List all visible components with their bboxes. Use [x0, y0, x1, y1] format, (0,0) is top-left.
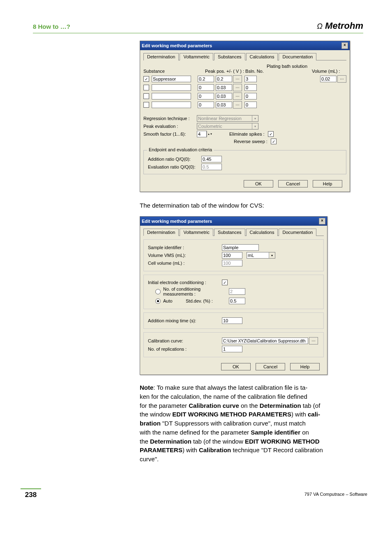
smooth-value[interactable] — [197, 131, 207, 137]
help-button[interactable]: Help — [313, 180, 342, 187]
mixing-time-input[interactable] — [222, 317, 242, 324]
substance-checkbox[interactable]: ✓ — [143, 76, 149, 82]
tab-determination[interactable]: Determination — [143, 229, 179, 236]
no-cond-radio[interactable] — [155, 289, 161, 294]
browse-button[interactable]: … — [233, 75, 242, 83]
ok-button[interactable]: OK — [221, 363, 251, 370]
plating-header: Plating bath solution — [267, 64, 312, 69]
substance-checkbox[interactable] — [143, 85, 149, 90]
auto-radio[interactable] — [155, 298, 161, 304]
tab-substances[interactable]: Substances — [214, 53, 245, 60]
substance-name-input[interactable] — [152, 76, 191, 82]
eval-ratio-input — [201, 164, 222, 170]
cal-curve-label: Calibration curve: — [148, 338, 222, 343]
regression-label: Regression technique : — [143, 116, 197, 121]
cancel-button[interactable]: Cancel — [278, 180, 308, 187]
no-cond-input — [229, 288, 245, 295]
replications-input[interactable] — [222, 346, 242, 352]
help-button[interactable]: Help — [290, 363, 320, 370]
tab-documentation[interactable]: Documentation — [279, 229, 316, 236]
brand-logo: Ω Metrohm — [317, 21, 363, 31]
bsln-no[interactable] — [244, 84, 257, 91]
smooth-label: Smooth factor (1...6): — [143, 132, 197, 136]
page-footer: 238 797 VA Computrace – Software — [25, 488, 367, 499]
peak-pos2[interactable] — [216, 76, 232, 82]
close-icon[interactable]: × — [319, 218, 325, 224]
sample-id-input[interactable] — [222, 244, 259, 251]
browse-button[interactable]: … — [233, 92, 242, 100]
bsln-no[interactable] — [244, 93, 257, 99]
footer-right: 797 VA Computrace – Software — [304, 492, 367, 499]
tab-calculations[interactable]: Calculations — [246, 53, 278, 60]
reverse-sweep-checkbox[interactable]: ✓ — [271, 139, 277, 144]
stddev-input[interactable] — [229, 298, 245, 304]
peak-eval-combo[interactable]: Coulometric▾ — [197, 123, 258, 130]
spinner-icon[interactable]: ▲▼ — [207, 131, 213, 137]
groupbox-legend: Endpoint and evaluation criteria — [147, 147, 214, 152]
page-number: 238 — [21, 488, 41, 499]
auto-label: Auto — [163, 298, 186, 303]
peak-pos2[interactable] — [216, 102, 232, 108]
volume-header: Volume (mL) : — [312, 69, 340, 74]
peak-pos1[interactable] — [198, 102, 214, 108]
init-cond-label: Initial electrode conditioning : — [148, 280, 222, 285]
mixing-time-label: Addition mixing time (s): — [148, 318, 222, 323]
peak-pos1[interactable] — [198, 84, 214, 91]
volume-input[interactable] — [320, 76, 337, 82]
ok-button[interactable]: OK — [244, 180, 273, 187]
chevron-down-icon: ▾ — [252, 116, 258, 121]
dialog-title: Edit working method parameters — [142, 219, 212, 224]
substance-name-input[interactable] — [152, 93, 191, 99]
peakpos-header: Peak pos. +/- ( V ) : Bsln. No. — [205, 69, 271, 74]
close-icon[interactable]: × — [341, 42, 348, 49]
tab-determination[interactable]: Determination — [143, 53, 179, 60]
bsln-no[interactable] — [244, 102, 257, 108]
substance-name-input[interactable] — [152, 102, 191, 108]
tab-voltammetric[interactable]: Voltammetric — [180, 229, 213, 236]
vol-vms-label: Volume VMS (mL): — [148, 253, 222, 258]
browse-button[interactable]: … — [309, 337, 318, 345]
dialog-determination: Edit working method parameters × Determi… — [140, 216, 327, 375]
tab-calculations[interactable]: Calculations — [246, 229, 278, 236]
cell-vol-label: Cell volume (mL) : — [148, 261, 222, 266]
page-header: 8 How to …? Ω Metrohm — [33, 21, 363, 33]
init-cond-checkbox[interactable]: ✓ — [222, 280, 228, 285]
substance-checkbox[interactable] — [143, 93, 149, 99]
substance-row: ✓ … … — [143, 75, 346, 83]
substance-row: … — [143, 92, 346, 100]
tab-substances[interactable]: Substances — [214, 229, 245, 236]
browse-button[interactable]: … — [337, 75, 346, 83]
endpoint-groupbox: Endpoint and evaluation criteria Additio… — [143, 150, 346, 174]
cancel-button[interactable]: Cancel — [256, 363, 285, 370]
tab-strip: Determination Voltammetric Substances Ca… — [143, 53, 346, 60]
peak-pos1[interactable] — [198, 93, 214, 99]
chevron-down-icon: ▾ — [252, 123, 258, 129]
dialog-title: Edit working method parameters — [142, 43, 212, 48]
vol-vms-input[interactable] — [222, 252, 242, 259]
unit-combo[interactable]: mL▾ — [247, 252, 275, 259]
peak-pos2[interactable] — [216, 93, 232, 99]
substance-row: … — [143, 101, 346, 109]
regression-combo[interactable]: Nonlinear Regression▾ — [197, 115, 258, 122]
tab-voltammetric[interactable]: Voltammetric — [180, 53, 213, 60]
browse-button[interactable]: … — [233, 101, 242, 109]
addition-ratio-input[interactable] — [201, 156, 222, 162]
caption-text: The determination tab of the window for … — [140, 202, 339, 209]
section-title: 8 How to …? — [33, 23, 70, 30]
sample-id-label: Sample identifier : — [148, 245, 222, 250]
browse-button[interactable]: … — [233, 84, 242, 91]
note-paragraph: Note: To make sure that always the lates… — [140, 383, 339, 464]
substance-row: … — [143, 84, 346, 91]
peak-pos2[interactable] — [216, 84, 232, 91]
bsln-no[interactable] — [244, 76, 257, 82]
peak-pos1[interactable] — [198, 76, 214, 82]
tab-documentation[interactable]: Documentation — [279, 53, 316, 60]
chevron-down-icon: ▾ — [269, 252, 275, 258]
eval-ratio-label: Evaluation ratio Q/Q(0): — [148, 164, 201, 169]
cal-curve-input[interactable] — [222, 338, 308, 344]
eliminate-spikes-checkbox[interactable]: ✓ — [268, 131, 274, 137]
dialog-substances: Edit working method parameters × Determi… — [140, 41, 350, 192]
addition-ratio-label: Addition ratio Q/Q(0): — [148, 157, 201, 162]
substance-checkbox[interactable] — [143, 102, 149, 108]
substance-name-input[interactable] — [152, 84, 191, 91]
